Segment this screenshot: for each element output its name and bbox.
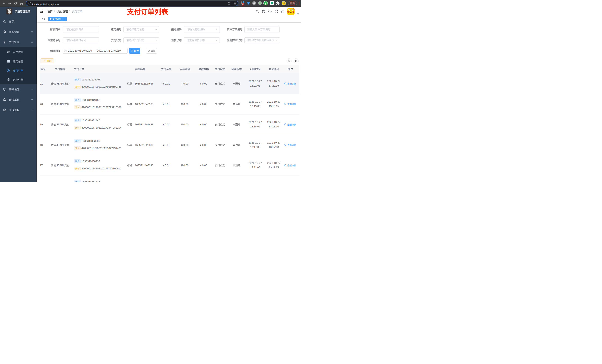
svg-text:y: y: [265, 2, 266, 5]
svg-text:10: 10: [242, 3, 244, 5]
